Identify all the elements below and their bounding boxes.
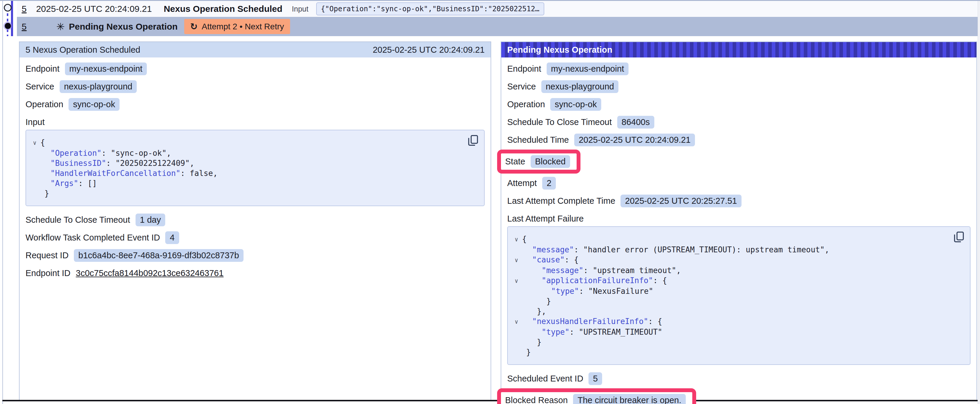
input-section-label: Input (25, 116, 485, 128)
json-line: "message": "upstream timeout", (511, 265, 949, 276)
field-value-badge: 2025-02-25 UTC 20:25:27.51 (620, 195, 741, 208)
event-id-link[interactable]: 5 (22, 22, 27, 32)
collapse-chevron-icon[interactable]: ∨ (511, 255, 522, 265)
field-value-link[interactable]: 3c0c75ccfa8144b092c13ce632463761 (76, 268, 224, 278)
detail-field-operation: Operationsync-op-ok (507, 95, 970, 113)
field-value-badge: nexus-playground (541, 80, 619, 93)
field-label: Endpoint (507, 64, 541, 74)
field-label: Scheduled Time (507, 135, 569, 145)
json-line-text: } (40, 189, 49, 198)
json-line-text: { (522, 234, 527, 245)
field-value-badge: b1c6a4bc-8ee7-468a-9169-df3b02c8737b (74, 249, 243, 262)
pending-asterisk-icon: ✳︎ (56, 21, 65, 33)
collapse-chevron-icon[interactable]: ∨ (511, 316, 522, 327)
json-line: }, (511, 306, 949, 316)
json-line-text: "Args": [] (40, 178, 97, 189)
annotation-highlight-box: StateBlocked (497, 150, 581, 174)
event-id-link[interactable]: 5 (22, 4, 27, 14)
field-value-badge: 2025-02-25 UTC 20:24:09.21 (574, 133, 695, 146)
field-value-badge: sync-op-ok (550, 98, 601, 111)
field-label: Endpoint (25, 64, 60, 74)
json-line: "type": "UPSTREAM_TIMEOUT" (511, 327, 949, 337)
pending-operation-detail-pane: Pending Nexus Operation Endpointmy-nexus… (501, 41, 977, 401)
completed-event-node-icon[interactable] (4, 4, 11, 11)
copy-icon[interactable] (953, 231, 964, 244)
input-chip-label: Input (292, 5, 309, 13)
json-gutter (29, 189, 40, 198)
field-label: Scheduled Event ID (507, 374, 583, 383)
json-line-text: } (522, 296, 551, 306)
pending-event-node-icon[interactable] (5, 23, 11, 29)
detail-field-attempt: Attempt2 (507, 174, 970, 192)
json-line: "message": "handler error (UPSTREAM_TIME… (511, 245, 949, 255)
json-gutter (511, 347, 522, 357)
json-line-text: }, (522, 306, 546, 316)
left-divider (2, 1, 3, 404)
detail-field-schedule-to-close-timeout: Schedule To Close Timeout1 day (25, 211, 485, 229)
collapse-chevron-icon[interactable]: ∨ (511, 276, 522, 286)
json-line: } (29, 189, 463, 198)
json-line: "HandlerWaitForCancellation": false, (29, 168, 463, 178)
collapse-chevron-icon[interactable]: ∨ (511, 234, 522, 245)
event-row-nexus-operation-scheduled[interactable]: 5 2025-02-25 UTC 20:24:09.21 Nexus Opera… (17, 1, 978, 17)
retry-status-badge: ↻ Attempt 2 • Next Retry (184, 19, 290, 34)
event-row-pending-nexus-operation[interactable]: 5 ✳︎ Pending Nexus Operation ↻ Attempt 2… (17, 17, 978, 36)
json-gutter (511, 296, 522, 306)
last-attempt-failure-label: Last Attempt Failure (507, 213, 970, 225)
field-value-badge: nexus-playground (60, 80, 137, 93)
field-label: Schedule To Close Timeout (25, 215, 130, 225)
detail-field-operation: Operationsync-op-ok (25, 95, 485, 113)
field-value-badge: 1 day (135, 214, 165, 226)
field-label: Request ID (25, 250, 68, 260)
field-value-badge: Blocked (531, 155, 570, 168)
json-line-text: } (522, 337, 542, 347)
json-line: ∨"applicationFailureInfo": { (511, 276, 949, 286)
field-label: Blocked Reason (505, 395, 568, 404)
field-label: Service (507, 82, 536, 92)
field-value-badge: 4 (165, 231, 179, 244)
detail-field-endpoint-id: Endpoint ID3c0c75ccfa8144b092c13ce632463… (25, 264, 485, 282)
scheduled-pane-body: Endpointmy-nexus-endpointServicenexus-pl… (19, 57, 491, 282)
copy-icon[interactable] (468, 135, 479, 147)
scrollbar-gutter[interactable] (978, 1, 980, 404)
json-gutter (29, 158, 40, 168)
json-gutter (511, 306, 522, 316)
json-line-text: "type": "UPSTREAM_TIMEOUT" (522, 327, 662, 337)
detail-field-workflow-task-completed-event-id: Workflow Task Completed Event ID4 (25, 229, 485, 246)
json-gutter (29, 148, 40, 158)
json-line-text: "Operation": "sync-op-ok", (40, 148, 171, 158)
field-value-badge: The circuit breaker is open. (573, 394, 686, 404)
field-label: Operation (507, 100, 545, 109)
detail-field-endpoint: Endpointmy-nexus-endpoint (25, 60, 485, 78)
collapse-chevron-icon[interactable]: ∨ (29, 138, 40, 148)
event-timestamp: 2025-02-25 UTC 20:24:09.21 (36, 4, 152, 14)
field-label: Attempt (507, 178, 537, 188)
pane-title: Pending Nexus Operation (507, 45, 612, 55)
json-line: ∨"nexusHandlerFailureInfo": { (511, 316, 949, 327)
detail-field-service: Servicenexus-playground (507, 78, 970, 95)
field-value-badge: 2 (542, 177, 556, 190)
field-label: Schedule To Close Timeout (507, 117, 612, 127)
event-title: Pending Nexus Operation (69, 22, 178, 32)
field-value-badge: 86400s (617, 116, 654, 128)
temporal-event-history-view: 5 2025-02-25 UTC 20:24:09.21 Nexus Opera… (0, 0, 980, 404)
json-line-text: "message": "upstream timeout", (522, 265, 681, 276)
input-preview-chip[interactable]: {"Operation":"sync-op-ok","BusinessID":"… (316, 2, 544, 16)
json-line: "Operation": "sync-op-ok", (29, 148, 463, 158)
field-value-badge: 5 (589, 372, 602, 385)
detail-field-blocked-reason: Blocked ReasonThe circuit breaker is ope… (507, 387, 970, 404)
json-line-text: "HandlerWaitForCancellation": false, (40, 168, 218, 178)
field-label: Operation (25, 100, 63, 109)
detail-field-schedule-to-close-timeout: Schedule To Close Timeout86400s (507, 113, 970, 131)
json-gutter (511, 327, 522, 337)
json-line: ∨"cause": { (511, 255, 949, 265)
pending-pane-header: Pending Nexus Operation (501, 42, 977, 57)
field-label: State (505, 157, 525, 166)
json-gutter (29, 168, 40, 178)
json-line-text: { (40, 138, 45, 148)
json-line-text: "cause": { (522, 255, 579, 265)
field-label: Workflow Task Completed Event ID (25, 233, 160, 242)
detail-field-endpoint: Endpointmy-nexus-endpoint (507, 60, 970, 78)
retry-icon: ↻ (190, 21, 197, 32)
json-line-text: } (522, 347, 531, 357)
